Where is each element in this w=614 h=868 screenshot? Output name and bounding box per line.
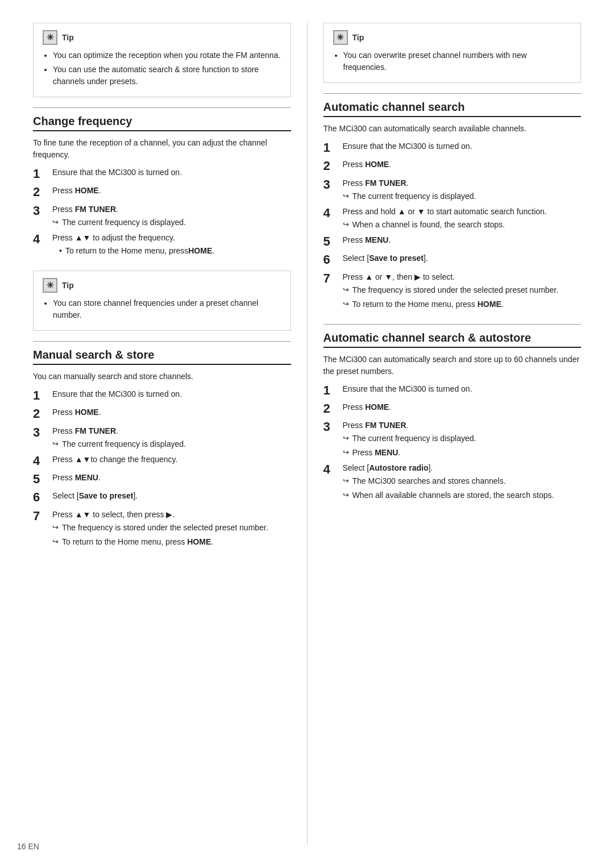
step-num-as-7: 7 <box>323 271 339 286</box>
step-content-ass-3: Press FM TUNER. ↪ The current frequency … <box>343 420 582 459</box>
step-cf-2: 2 Press HOME. <box>33 185 291 200</box>
step-as-5: 5 Press MENU. <box>323 234 582 249</box>
key-menu-ass: MENU <box>375 448 398 457</box>
page-footer: 16 EN <box>17 842 39 851</box>
step-ms-6: 6 Select [Save to preset]. <box>33 490 291 505</box>
step-content-ms-1: Ensure that the MCi300 is turned on. <box>52 388 291 400</box>
step-content-ms-6: Select [Save to preset]. <box>52 490 291 502</box>
step-content-cf-4: Press ▲▼ to adjust the frequency. To ret… <box>52 232 291 257</box>
left-column: ✳ Tip You can optimize the reception whe… <box>17 23 308 845</box>
divider-3 <box>323 93 582 94</box>
step-cf-4: 4 Press ▲▼ to adjust the frequency. To r… <box>33 232 291 257</box>
steps-auto-search: 1 Ensure that the MCi300 is turned on. 2… <box>323 140 582 310</box>
step-ms-7: 7 Press ▲▼ to select, then press ▶. ↪ Th… <box>33 509 291 548</box>
tip-label-2: Tip <box>62 281 74 290</box>
result-ass-3b: ↪ Press MENU. <box>343 447 582 459</box>
arrow-as-4: ↪ <box>343 219 349 230</box>
step-num-cf-4: 4 <box>33 232 49 247</box>
step-num-as-4: 4 <box>323 206 339 221</box>
key-fmtuner-ms: FM TUNER <box>75 426 116 435</box>
section-title-change-frequency: Change frequency <box>33 115 291 131</box>
step-content-as-4: Press and hold ▲ or ▼ to start automatic… <box>343 206 582 231</box>
step-content-cf-3: Press FM TUNER. ↪ The current frequency … <box>52 203 291 229</box>
step-content-as-2: Press HOME. <box>343 159 582 171</box>
step-ass-1: 1 Ensure that the MCi300 is turned on. <box>323 383 582 398</box>
step-num-as-1: 1 <box>323 140 339 155</box>
section-auto-search-store: Automatic channel search & autostore The… <box>323 331 582 502</box>
tip-item-3-1: You can overwrite preset channel numbers… <box>343 49 572 73</box>
tip-box-2: ✳ Tip You can store channel frequencies … <box>33 271 291 331</box>
step-content-as-1: Ensure that the MCi300 is turned on. <box>343 140 582 152</box>
sub-bullet-cf-4: To return to the Home menu, press HOME. <box>52 245 291 257</box>
tip-box-3: ✳ Tip You can overwrite preset channel n… <box>323 23 582 83</box>
step-cf-3: 3 Press FM TUNER. ↪ The current frequenc… <box>33 203 291 229</box>
tip-header-3: ✳ Tip <box>333 30 572 45</box>
result-ms-7b: ↪ To return to the Home menu, press HOME… <box>52 536 291 548</box>
step-num-ass-1: 1 <box>323 383 339 398</box>
result-text-cf-3: The current frequency is displayed. <box>62 217 186 229</box>
key-home-ms: HOME <box>75 408 99 417</box>
divider-4 <box>323 324 582 325</box>
step-num-cf-1: 1 <box>33 167 49 181</box>
tip-header-1: ✳ Tip <box>43 30 281 45</box>
step-num-ms-1: 1 <box>33 388 49 403</box>
section-change-frequency: Change frequency To fine tune the recept… <box>33 115 291 257</box>
result-as-7a: ↪ The frequency is stored under the sele… <box>343 284 582 296</box>
result-text-as-4: When a channel is found, the search stop… <box>352 219 505 231</box>
key-fmtuner-cf: FM TUNER <box>75 205 116 214</box>
key-home-as: HOME <box>365 160 389 169</box>
step-content-ms-3: Press FM TUNER. ↪ The current frequency … <box>52 425 291 450</box>
step-num-ms-5: 5 <box>33 472 49 487</box>
result-ass-4a: ↪ The MCi300 searches and stores channel… <box>343 475 582 487</box>
section-title-auto-search: Automatic channel search <box>323 101 582 117</box>
step-num-ms-2: 2 <box>33 406 49 421</box>
section-desc-auto-search: The MCi300 can automatically search avai… <box>323 123 582 135</box>
key-savepreset-ms: Save to preset <box>79 491 134 500</box>
step-content-ms-7: Press ▲▼ to select, then press ▶. ↪ The … <box>52 509 291 548</box>
step-num-ms-7: 7 <box>33 509 49 524</box>
result-ms-3: ↪ The current frequency is displayed. <box>52 438 291 450</box>
key-home-as-7: HOME <box>478 300 501 309</box>
step-as-7: 7 Press ▲ or ▼, then ▶ to select. ↪ The … <box>323 271 582 310</box>
step-content-ms-5: Press MENU. <box>52 472 291 484</box>
step-num-cf-2: 2 <box>33 185 49 200</box>
step-ms-2: 2 Press HOME. <box>33 406 291 421</box>
tip-item-1-1: You can optimize the reception when you … <box>53 49 281 61</box>
step-ms-3: 3 Press FM TUNER. ↪ The current frequenc… <box>33 425 291 450</box>
result-text-as-7b: To return to the Home menu, press HOME. <box>352 298 504 310</box>
arrow-ass-4a: ↪ <box>343 475 349 487</box>
tip-list-3: You can overwrite preset channel numbers… <box>333 49 572 73</box>
steps-manual-search: 1 Ensure that the MCi300 is turned on. 2… <box>33 388 291 548</box>
step-content-ms-4: Press ▲▼to change the frequency. <box>52 454 291 466</box>
arrow-ass-4b: ↪ <box>343 489 349 501</box>
tip-label-3: Tip <box>352 33 364 42</box>
step-content-as-5: Press MENU. <box>343 234 582 246</box>
steps-change-frequency: 1 Ensure that the MCi300 is turned on. 2… <box>33 167 291 257</box>
tip-icon-1: ✳ <box>43 30 57 45</box>
result-text-ass-4a: The MCi300 searches and stores channels. <box>352 475 506 487</box>
tip-box-1: ✳ Tip You can optimize the reception whe… <box>33 23 291 97</box>
key-home-ms-7: HOME <box>187 537 211 546</box>
step-as-4: 4 Press and hold ▲ or ▼ to start automat… <box>323 206 582 231</box>
step-num-ass-2: 2 <box>323 401 339 416</box>
step-ass-3: 3 Press FM TUNER. ↪ The current frequenc… <box>323 420 582 459</box>
tip-header-2: ✳ Tip <box>43 278 281 293</box>
arrow-ms-7b: ↪ <box>52 536 59 547</box>
key-autostore-ass: Autostore radio <box>369 463 428 472</box>
step-num-cf-3: 3 <box>33 203 49 218</box>
tip-item-1-2: You can use the automatic search & store… <box>53 64 281 88</box>
section-manual-search: Manual search & store You can manually s… <box>33 348 291 548</box>
right-column: ✳ Tip You can overwrite preset channel n… <box>308 23 598 845</box>
step-as-6: 6 Select [Save to preset]. <box>323 252 582 267</box>
step-content-ass-4: Select [Autostore radio]. ↪ The MCi300 s… <box>343 462 582 501</box>
step-num-as-6: 6 <box>323 252 339 267</box>
divider-2 <box>33 341 291 342</box>
step-cf-1: 1 Ensure that the MCi300 is turned on. <box>33 167 291 181</box>
step-num-ms-3: 3 <box>33 425 49 440</box>
key-home-cf-4: HOME <box>188 245 212 257</box>
step-num-as-5: 5 <box>323 234 339 249</box>
result-ass-4b: ↪ When all available channels are stored… <box>343 489 582 501</box>
key-fmtuner-ass: FM TUNER <box>365 421 406 430</box>
step-num-ass-4: 4 <box>323 462 339 477</box>
tip-label-1: Tip <box>62 33 74 42</box>
